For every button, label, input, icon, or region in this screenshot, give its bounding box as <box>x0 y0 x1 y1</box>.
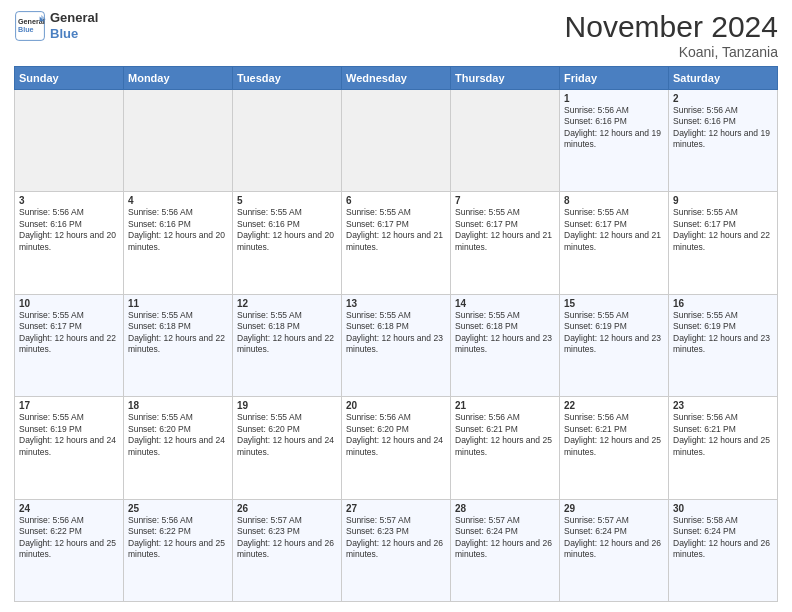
day-info: Sunrise: 5:55 AM Sunset: 6:17 PM Dayligh… <box>564 207 664 253</box>
logo-text: General Blue <box>50 10 98 41</box>
calendar-cell <box>15 90 124 192</box>
day-info: Sunrise: 5:57 AM Sunset: 6:23 PM Dayligh… <box>346 515 446 561</box>
week-row-1: 3Sunrise: 5:56 AM Sunset: 6:16 PM Daylig… <box>15 192 778 294</box>
calendar-cell: 3Sunrise: 5:56 AM Sunset: 6:16 PM Daylig… <box>15 192 124 294</box>
calendar-cell: 1Sunrise: 5:56 AM Sunset: 6:16 PM Daylig… <box>560 90 669 192</box>
weekday-header-thursday: Thursday <box>451 67 560 90</box>
day-number: 6 <box>346 195 446 206</box>
day-number: 5 <box>237 195 337 206</box>
calendar-cell: 20Sunrise: 5:56 AM Sunset: 6:20 PM Dayli… <box>342 397 451 499</box>
week-row-4: 24Sunrise: 5:56 AM Sunset: 6:22 PM Dayli… <box>15 499 778 601</box>
calendar-cell: 24Sunrise: 5:56 AM Sunset: 6:22 PM Dayli… <box>15 499 124 601</box>
day-info: Sunrise: 5:56 AM Sunset: 6:22 PM Dayligh… <box>128 515 228 561</box>
logo-line2: Blue <box>50 26 78 41</box>
day-number: 28 <box>455 503 555 514</box>
calendar-cell: 7Sunrise: 5:55 AM Sunset: 6:17 PM Daylig… <box>451 192 560 294</box>
day-info: Sunrise: 5:55 AM Sunset: 6:18 PM Dayligh… <box>455 310 555 356</box>
page: General Blue General Blue November 2024 … <box>0 0 792 612</box>
day-info: Sunrise: 5:56 AM Sunset: 6:16 PM Dayligh… <box>19 207 119 253</box>
calendar-cell: 22Sunrise: 5:56 AM Sunset: 6:21 PM Dayli… <box>560 397 669 499</box>
day-number: 16 <box>673 298 773 309</box>
logo: General Blue General Blue <box>14 10 98 42</box>
day-number: 9 <box>673 195 773 206</box>
day-info: Sunrise: 5:56 AM Sunset: 6:21 PM Dayligh… <box>564 412 664 458</box>
calendar-cell: 13Sunrise: 5:55 AM Sunset: 6:18 PM Dayli… <box>342 294 451 396</box>
calendar-cell: 9Sunrise: 5:55 AM Sunset: 6:17 PM Daylig… <box>669 192 778 294</box>
day-info: Sunrise: 5:55 AM Sunset: 6:17 PM Dayligh… <box>346 207 446 253</box>
day-number: 11 <box>128 298 228 309</box>
calendar-cell: 17Sunrise: 5:55 AM Sunset: 6:19 PM Dayli… <box>15 397 124 499</box>
calendar-body: 1Sunrise: 5:56 AM Sunset: 6:16 PM Daylig… <box>15 90 778 602</box>
day-info: Sunrise: 5:56 AM Sunset: 6:21 PM Dayligh… <box>673 412 773 458</box>
location: Koani, Tanzania <box>565 44 778 60</box>
day-number: 14 <box>455 298 555 309</box>
day-number: 22 <box>564 400 664 411</box>
day-info: Sunrise: 5:55 AM Sunset: 6:19 PM Dayligh… <box>19 412 119 458</box>
day-info: Sunrise: 5:55 AM Sunset: 6:18 PM Dayligh… <box>346 310 446 356</box>
day-number: 19 <box>237 400 337 411</box>
day-number: 24 <box>19 503 119 514</box>
calendar-header: SundayMondayTuesdayWednesdayThursdayFrid… <box>15 67 778 90</box>
day-info: Sunrise: 5:55 AM Sunset: 6:17 PM Dayligh… <box>455 207 555 253</box>
day-number: 18 <box>128 400 228 411</box>
day-number: 26 <box>237 503 337 514</box>
day-info: Sunrise: 5:56 AM Sunset: 6:22 PM Dayligh… <box>19 515 119 561</box>
weekday-header-sunday: Sunday <box>15 67 124 90</box>
day-info: Sunrise: 5:55 AM Sunset: 6:18 PM Dayligh… <box>128 310 228 356</box>
day-info: Sunrise: 5:56 AM Sunset: 6:20 PM Dayligh… <box>346 412 446 458</box>
day-number: 15 <box>564 298 664 309</box>
calendar-cell: 25Sunrise: 5:56 AM Sunset: 6:22 PM Dayli… <box>124 499 233 601</box>
day-number: 1 <box>564 93 664 104</box>
month-title: November 2024 <box>565 10 778 44</box>
logo-icon: General Blue <box>14 10 46 42</box>
week-row-0: 1Sunrise: 5:56 AM Sunset: 6:16 PM Daylig… <box>15 90 778 192</box>
day-number: 20 <box>346 400 446 411</box>
day-number: 3 <box>19 195 119 206</box>
calendar-cell: 16Sunrise: 5:55 AM Sunset: 6:19 PM Dayli… <box>669 294 778 396</box>
day-info: Sunrise: 5:57 AM Sunset: 6:24 PM Dayligh… <box>564 515 664 561</box>
calendar-cell: 30Sunrise: 5:58 AM Sunset: 6:24 PM Dayli… <box>669 499 778 601</box>
calendar-cell <box>124 90 233 192</box>
calendar-cell: 5Sunrise: 5:55 AM Sunset: 6:16 PM Daylig… <box>233 192 342 294</box>
day-info: Sunrise: 5:55 AM Sunset: 6:17 PM Dayligh… <box>19 310 119 356</box>
day-number: 2 <box>673 93 773 104</box>
calendar-cell: 26Sunrise: 5:57 AM Sunset: 6:23 PM Dayli… <box>233 499 342 601</box>
day-info: Sunrise: 5:55 AM Sunset: 6:19 PM Dayligh… <box>564 310 664 356</box>
day-number: 23 <box>673 400 773 411</box>
day-info: Sunrise: 5:55 AM Sunset: 6:17 PM Dayligh… <box>673 207 773 253</box>
weekday-header-saturday: Saturday <box>669 67 778 90</box>
week-row-2: 10Sunrise: 5:55 AM Sunset: 6:17 PM Dayli… <box>15 294 778 396</box>
calendar-cell: 29Sunrise: 5:57 AM Sunset: 6:24 PM Dayli… <box>560 499 669 601</box>
day-info: Sunrise: 5:57 AM Sunset: 6:24 PM Dayligh… <box>455 515 555 561</box>
day-info: Sunrise: 5:55 AM Sunset: 6:19 PM Dayligh… <box>673 310 773 356</box>
day-info: Sunrise: 5:55 AM Sunset: 6:20 PM Dayligh… <box>128 412 228 458</box>
calendar-cell: 12Sunrise: 5:55 AM Sunset: 6:18 PM Dayli… <box>233 294 342 396</box>
weekday-row: SundayMondayTuesdayWednesdayThursdayFrid… <box>15 67 778 90</box>
day-info: Sunrise: 5:55 AM Sunset: 6:20 PM Dayligh… <box>237 412 337 458</box>
title-block: November 2024 Koani, Tanzania <box>565 10 778 60</box>
day-info: Sunrise: 5:56 AM Sunset: 6:16 PM Dayligh… <box>128 207 228 253</box>
day-number: 21 <box>455 400 555 411</box>
calendar-cell: 15Sunrise: 5:55 AM Sunset: 6:19 PM Dayli… <box>560 294 669 396</box>
day-number: 12 <box>237 298 337 309</box>
calendar-cell: 11Sunrise: 5:55 AM Sunset: 6:18 PM Dayli… <box>124 294 233 396</box>
weekday-header-monday: Monday <box>124 67 233 90</box>
header: General Blue General Blue November 2024 … <box>14 10 778 60</box>
weekday-header-friday: Friday <box>560 67 669 90</box>
calendar-table: SundayMondayTuesdayWednesdayThursdayFrid… <box>14 66 778 602</box>
day-info: Sunrise: 5:55 AM Sunset: 6:18 PM Dayligh… <box>237 310 337 356</box>
calendar-cell: 19Sunrise: 5:55 AM Sunset: 6:20 PM Dayli… <box>233 397 342 499</box>
logo-line1: General <box>50 10 98 26</box>
calendar-cell: 8Sunrise: 5:55 AM Sunset: 6:17 PM Daylig… <box>560 192 669 294</box>
day-number: 17 <box>19 400 119 411</box>
day-info: Sunrise: 5:55 AM Sunset: 6:16 PM Dayligh… <box>237 207 337 253</box>
day-info: Sunrise: 5:56 AM Sunset: 6:16 PM Dayligh… <box>673 105 773 151</box>
calendar-cell: 4Sunrise: 5:56 AM Sunset: 6:16 PM Daylig… <box>124 192 233 294</box>
weekday-header-tuesday: Tuesday <box>233 67 342 90</box>
calendar-cell: 23Sunrise: 5:56 AM Sunset: 6:21 PM Dayli… <box>669 397 778 499</box>
day-info: Sunrise: 5:57 AM Sunset: 6:23 PM Dayligh… <box>237 515 337 561</box>
day-number: 25 <box>128 503 228 514</box>
calendar-cell: 10Sunrise: 5:55 AM Sunset: 6:17 PM Dayli… <box>15 294 124 396</box>
weekday-header-wednesday: Wednesday <box>342 67 451 90</box>
calendar-cell: 27Sunrise: 5:57 AM Sunset: 6:23 PM Dayli… <box>342 499 451 601</box>
